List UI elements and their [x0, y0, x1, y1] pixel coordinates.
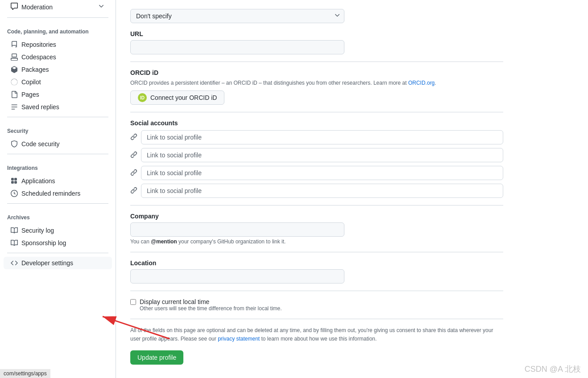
company-hint: You can @mention your company's GitHub o…: [130, 238, 503, 245]
security-log-label: Security log: [21, 227, 54, 234]
scheduled-reminders-label: Scheduled reminders: [21, 190, 80, 197]
social-input-1[interactable]: [141, 130, 503, 144]
orcid-section: ORCID iD ORCID provides a persistent ide…: [130, 69, 503, 105]
saved-replies-label: Saved replies: [21, 103, 59, 111]
pronouns-select[interactable]: Don't specify they/them she/her he/him C…: [130, 9, 344, 23]
copilot-icon: [11, 78, 18, 86]
sidebar-item-applications[interactable]: Applications: [4, 175, 112, 187]
sidebar-item-repositories[interactable]: Repositories: [4, 38, 112, 51]
sidebar-item-moderation[interactable]: Moderation: [4, 0, 112, 14]
display-time-row: Display current local time Other users w…: [130, 298, 503, 312]
orcid-org-link[interactable]: ORCID.org: [408, 80, 435, 86]
location-section: Location: [130, 259, 503, 284]
link-icon-3: [130, 169, 137, 177]
shield-icon: [11, 140, 18, 148]
sidebar-item-packages[interactable]: Packages: [4, 63, 112, 76]
sponsorship-log-icon: [11, 239, 18, 247]
developer-settings-label: Developer settings: [21, 259, 73, 267]
social-input-row-2: [130, 148, 503, 162]
company-section: Company You can @mention your company's …: [130, 213, 503, 245]
copilot-label: Copilot: [21, 78, 41, 86]
orcid-badge: ID: [138, 93, 147, 102]
company-label: Company: [130, 213, 503, 220]
packages-label: Packages: [21, 66, 49, 73]
url-group: URL: [130, 30, 503, 54]
update-profile-button[interactable]: Update profile: [130, 350, 183, 365]
location-input[interactable]: [130, 269, 344, 284]
section-label-security: Security: [0, 121, 116, 138]
social-input-3[interactable]: [141, 166, 503, 180]
pronouns-select-wrapper: Don't specify they/them she/her he/him C…: [130, 9, 344, 23]
section-label-code: Code, planning, and automation: [0, 21, 116, 38]
url-label: URL: [130, 30, 503, 37]
orcid-title: ORCID iD: [130, 69, 503, 76]
orcid-description: ORCID provides a persistent identifier –…: [130, 79, 503, 87]
sidebar-item-saved-replies[interactable]: Saved replies: [4, 101, 112, 113]
code-icon: [11, 259, 18, 267]
social-input-row-3: [130, 166, 503, 180]
saved-replies-icon: [11, 103, 18, 111]
sidebar-item-pages[interactable]: Pages: [4, 88, 112, 101]
watermark: CSDN @A 北枝: [525, 364, 581, 374]
orcid-connect-button[interactable]: ID Connect your ORCID iD: [130, 90, 224, 105]
log-icon: [11, 227, 18, 234]
section-label-integrations: Integrations: [0, 158, 116, 175]
pronouns-group: Don't specify they/them she/her he/him C…: [130, 9, 503, 23]
privacy-statement-link[interactable]: privacy statement: [218, 336, 260, 342]
status-bar: com/settings/apps: [0, 369, 50, 378]
apps-icon: [11, 177, 18, 185]
social-accounts-section: Social accounts: [130, 119, 503, 198]
chevron-down-icon: [98, 3, 105, 11]
display-time-sublabel: Other users will see the time difference…: [140, 305, 282, 312]
code-security-label: Code security: [21, 140, 60, 148]
sidebar-item-copilot[interactable]: Copilot: [4, 76, 112, 88]
orcid-desc-text: ORCID provides a persistent identifier –…: [130, 80, 407, 86]
orcid-desc-dot: .: [435, 80, 436, 86]
codespaces-label: Codespaces: [21, 53, 56, 61]
sidebar-item-scheduled-reminders[interactable]: Scheduled reminders: [4, 187, 112, 200]
url-input[interactable]: [130, 40, 344, 54]
clock-icon: [11, 190, 18, 197]
social-input-4[interactable]: [141, 184, 503, 198]
pages-label: Pages: [21, 91, 39, 98]
section-label-archives: Archives: [0, 207, 116, 224]
link-icon-4: [130, 187, 137, 195]
company-input[interactable]: [130, 222, 344, 237]
codespaces-icon: [11, 53, 18, 61]
moderation-label: Moderation: [21, 4, 53, 11]
applications-label: Applications: [21, 177, 55, 185]
orcid-button-label: Connect your ORCID iD: [150, 94, 217, 101]
sidebar-item-developer-settings[interactable]: Developer settings: [4, 257, 112, 269]
link-icon-2: [130, 151, 137, 160]
social-accounts-title: Social accounts: [130, 119, 503, 127]
social-input-2[interactable]: [141, 148, 503, 162]
display-time-checkbox[interactable]: [130, 299, 136, 305]
packages-icon: [11, 66, 18, 73]
sidebar: Moderation Code, planning, and automatio…: [0, 0, 116, 378]
social-input-row-1: [130, 130, 503, 144]
pages-icon: [11, 91, 18, 98]
sidebar-item-security-log[interactable]: Security log: [4, 224, 112, 237]
footer-note: All of the fields on this page are optio…: [130, 326, 503, 343]
sidebar-item-codespaces[interactable]: Codespaces: [4, 51, 112, 63]
repositories-label: Repositories: [21, 41, 56, 48]
link-icon-1: [130, 133, 137, 142]
sidebar-item-sponsorship-log[interactable]: Sponsorship log: [4, 237, 112, 249]
moderation-icon: [11, 3, 18, 11]
main-content: Don't specify they/them she/her he/him C…: [116, 0, 518, 378]
display-time-label[interactable]: Display current local time: [140, 298, 209, 305]
sidebar-item-code-security[interactable]: Code security: [4, 138, 112, 150]
social-input-row-4: [130, 184, 503, 198]
repo-icon: [11, 41, 18, 48]
location-label: Location: [130, 259, 503, 267]
sponsorship-log-label: Sponsorship log: [21, 239, 66, 247]
